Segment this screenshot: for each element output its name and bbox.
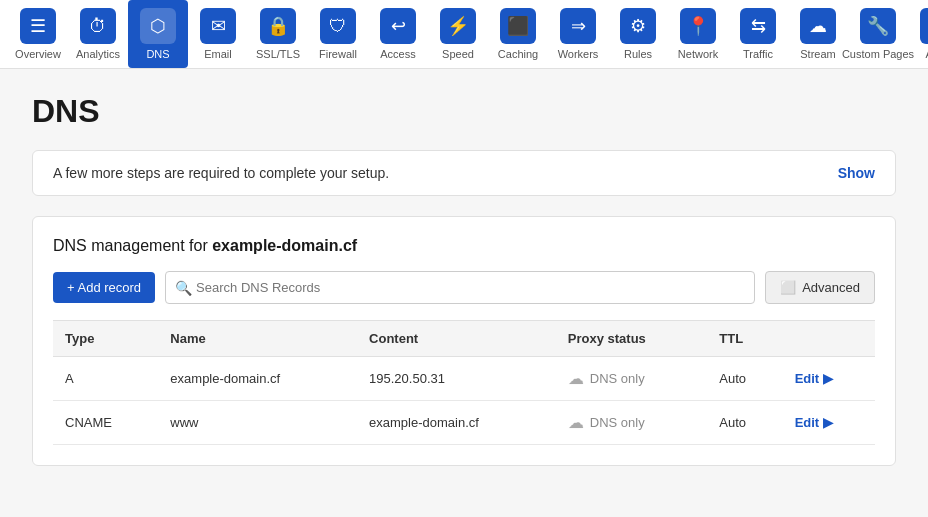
nav-item-custom-pages[interactable]: 🔧Custom Pages xyxy=(848,0,908,68)
traffic-icon: ⇆ xyxy=(740,8,776,44)
nav-label-analytics: Analytics xyxy=(76,48,120,60)
nav-label-access: Access xyxy=(380,48,415,60)
table-row: CNAMEwwwexample-domain.cf☁DNS onlyAutoEd… xyxy=(53,401,875,445)
nav-label-network: Network xyxy=(678,48,718,60)
page-content: DNS A few more steps are required to com… xyxy=(0,69,928,490)
nav-item-overview[interactable]: ☰Overview xyxy=(8,0,68,68)
setup-banner: A few more steps are required to complet… xyxy=(32,150,896,196)
dns-domain: example-domain.cf xyxy=(212,237,357,254)
nav-item-workers[interactable]: ⇒Workers xyxy=(548,0,608,68)
cell-name-0: example-domain.cf xyxy=(158,357,357,401)
nav-item-analytics[interactable]: ⏱Analytics xyxy=(68,0,128,68)
dns-title-prefix: DNS management for xyxy=(53,237,208,254)
search-icon: 🔍 xyxy=(175,280,192,296)
analytics-icon: ⏱ xyxy=(80,8,116,44)
cell-proxy-1: ☁DNS only xyxy=(556,401,708,445)
advanced-button[interactable]: ⬜ Advanced xyxy=(765,271,875,304)
edit-button-0[interactable]: Edit ▶ xyxy=(795,371,863,386)
dns-table: Type Name Content Proxy status TTL Aexam… xyxy=(53,320,875,445)
page-title: DNS xyxy=(32,93,896,130)
workers-icon: ⇒ xyxy=(560,8,596,44)
col-proxy-status: Proxy status xyxy=(556,321,708,357)
apps-icon: 🖥 xyxy=(920,8,928,44)
proxy-label: DNS only xyxy=(590,415,645,430)
cloud-icon: ☁ xyxy=(568,413,584,432)
nav-item-speed[interactable]: ⚡Speed xyxy=(428,0,488,68)
nav-item-caching[interactable]: ⬛Caching xyxy=(488,0,548,68)
cell-ttl-1: Auto xyxy=(707,401,782,445)
cell-content-1: example-domain.cf xyxy=(357,401,556,445)
dns-table-header: Type Name Content Proxy status TTL xyxy=(53,321,875,357)
cell-action-1: Edit ▶ xyxy=(783,401,875,445)
col-type: Type xyxy=(53,321,158,357)
stream-icon: ☁ xyxy=(800,8,836,44)
nav-item-access[interactable]: ↩Access xyxy=(368,0,428,68)
cloud-icon: ☁ xyxy=(568,369,584,388)
nav-item-firewall[interactable]: 🛡Firewall xyxy=(308,0,368,68)
nav-label-dns: DNS xyxy=(146,48,169,60)
nav-label-speed: Speed xyxy=(442,48,474,60)
dns-toolbar: + Add record 🔍 ⬜ Advanced xyxy=(53,271,875,304)
add-record-button[interactable]: + Add record xyxy=(53,272,155,303)
search-input[interactable] xyxy=(165,271,755,304)
nav-label-email: Email xyxy=(204,48,232,60)
nav-label-ssl-tls: SSL/TLS xyxy=(256,48,300,60)
nav-item-rules[interactable]: ⚙Rules xyxy=(608,0,668,68)
cell-proxy-0: ☁DNS only xyxy=(556,357,708,401)
dns-icon: ⬡ xyxy=(140,8,176,44)
col-name: Name xyxy=(158,321,357,357)
cell-type-1: CNAME xyxy=(53,401,158,445)
advanced-icon: ⬜ xyxy=(780,280,796,295)
nav-label-workers: Workers xyxy=(558,48,599,60)
advanced-label: Advanced xyxy=(802,280,860,295)
dns-card-title: DNS management for example-domain.cf xyxy=(53,237,875,255)
custom-pages-icon: 🔧 xyxy=(860,8,896,44)
col-ttl: TTL xyxy=(707,321,782,357)
nav-label-firewall: Firewall xyxy=(319,48,357,60)
cell-action-0: Edit ▶ xyxy=(783,357,875,401)
col-content: Content xyxy=(357,321,556,357)
search-wrapper: 🔍 xyxy=(165,271,755,304)
rules-icon: ⚙ xyxy=(620,8,656,44)
setup-banner-message: A few more steps are required to complet… xyxy=(53,165,389,181)
nav-label-overview: Overview xyxy=(15,48,61,60)
edit-button-1[interactable]: Edit ▶ xyxy=(795,415,863,430)
proxy-label: DNS only xyxy=(590,371,645,386)
nav-item-ssl-tls[interactable]: 🔒SSL/TLS xyxy=(248,0,308,68)
nav-label-traffic: Traffic xyxy=(743,48,773,60)
firewall-icon: 🛡 xyxy=(320,8,356,44)
table-row: Aexample-domain.cf195.20.50.31☁DNS onlyA… xyxy=(53,357,875,401)
nav-item-dns[interactable]: ⬡DNS xyxy=(128,0,188,68)
nav-item-stream[interactable]: ☁Stream xyxy=(788,0,848,68)
nav-label-custom-pages: Custom Pages xyxy=(842,48,914,60)
top-navigation: ☰Overview⏱Analytics⬡DNS✉Email🔒SSL/TLS🛡Fi… xyxy=(0,0,928,69)
nav-item-traffic[interactable]: ⇆Traffic xyxy=(728,0,788,68)
cell-ttl-0: Auto xyxy=(707,357,782,401)
dns-table-body: Aexample-domain.cf195.20.50.31☁DNS onlyA… xyxy=(53,357,875,445)
dns-management-card: DNS management for example-domain.cf + A… xyxy=(32,216,896,466)
show-link[interactable]: Show xyxy=(838,165,875,181)
speed-icon: ⚡ xyxy=(440,8,476,44)
nav-item-email[interactable]: ✉Email xyxy=(188,0,248,68)
network-icon: 📍 xyxy=(680,8,716,44)
nav-item-network[interactable]: 📍Network xyxy=(668,0,728,68)
nav-label-rules: Rules xyxy=(624,48,652,60)
nav-label-caching: Caching xyxy=(498,48,538,60)
nav-label-stream: Stream xyxy=(800,48,835,60)
nav-item-apps[interactable]: 🖥Apps xyxy=(908,0,928,68)
overview-icon: ☰ xyxy=(20,8,56,44)
ssl-tls-icon: 🔒 xyxy=(260,8,296,44)
cell-content-0: 195.20.50.31 xyxy=(357,357,556,401)
cell-type-0: A xyxy=(53,357,158,401)
caching-icon: ⬛ xyxy=(500,8,536,44)
access-icon: ↩ xyxy=(380,8,416,44)
cell-name-1: www xyxy=(158,401,357,445)
col-actions xyxy=(783,321,875,357)
email-icon: ✉ xyxy=(200,8,236,44)
